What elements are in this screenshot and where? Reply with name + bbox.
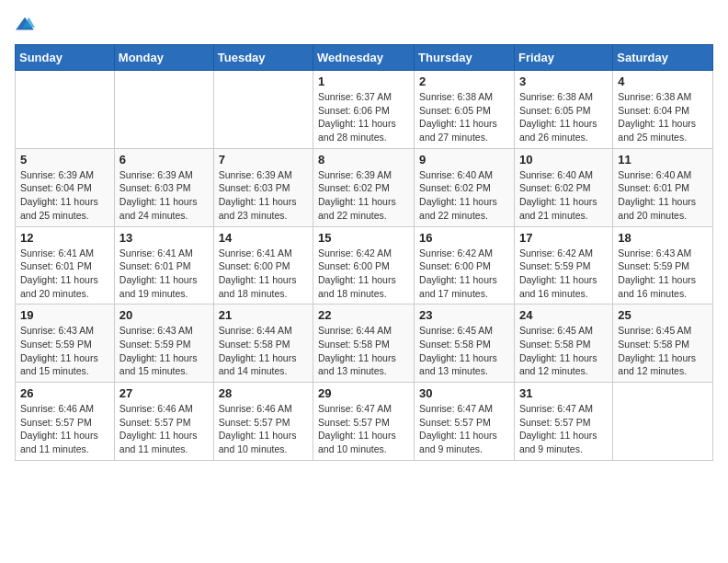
day-info: Sunrise: 6:40 AMSunset: 6:02 PMDaylight:…: [419, 168, 509, 223]
day-info: Sunrise: 6:42 AMSunset: 5:59 PMDaylight:…: [519, 247, 608, 301]
calendar-cell: 3Sunrise: 6:38 AMSunset: 6:05 PMDaylight…: [514, 71, 612, 149]
calendar-week-row: 12Sunrise: 6:41 AMSunset: 6:01 PMDayligh…: [16, 226, 713, 304]
calendar-week-row: 1Sunrise: 6:37 AMSunset: 6:06 PMDaylight…: [16, 71, 713, 149]
logo: [15, 15, 39, 35]
weekday-header-row: SundayMondayTuesdayWednesdayThursdayFrid…: [16, 45, 713, 71]
day-info: Sunrise: 6:39 AMSunset: 6:04 PMDaylight:…: [20, 168, 109, 223]
logo-icon: [15, 15, 35, 35]
day-number: 22: [318, 308, 409, 322]
day-info: Sunrise: 6:38 AMSunset: 6:04 PMDaylight:…: [618, 90, 708, 144]
day-number: 17: [519, 231, 608, 245]
day-number: 10: [519, 153, 608, 167]
weekday-header-tuesday: Tuesday: [213, 45, 313, 71]
day-number: 31: [519, 386, 608, 400]
day-info: Sunrise: 6:46 AMSunset: 5:57 PMDaylight:…: [219, 402, 308, 456]
day-info: Sunrise: 6:44 AMSunset: 5:58 PMDaylight:…: [219, 324, 308, 378]
calendar-cell: 27Sunrise: 6:46 AMSunset: 5:57 PMDayligh…: [114, 383, 213, 461]
day-info: Sunrise: 6:40 AMSunset: 6:01 PMDaylight:…: [618, 168, 708, 223]
day-info: Sunrise: 6:46 AMSunset: 5:57 PMDaylight:…: [20, 402, 109, 456]
calendar-cell: 10Sunrise: 6:40 AMSunset: 6:02 PMDayligh…: [514, 148, 612, 226]
calendar-cell: 25Sunrise: 6:45 AMSunset: 5:58 PMDayligh…: [613, 304, 713, 383]
calendar-cell: 5Sunrise: 6:39 AMSunset: 6:04 PMDaylight…: [16, 148, 115, 226]
day-info: Sunrise: 6:43 AMSunset: 5:59 PMDaylight:…: [119, 324, 209, 378]
calendar-cell: 9Sunrise: 6:40 AMSunset: 6:02 PMDaylight…: [415, 148, 515, 226]
day-info: Sunrise: 6:47 AMSunset: 5:57 PMDaylight:…: [419, 402, 509, 456]
weekday-header-saturday: Saturday: [613, 45, 713, 71]
weekday-header-monday: Monday: [114, 45, 213, 71]
calendar-body: 1Sunrise: 6:37 AMSunset: 6:06 PMDaylight…: [16, 71, 713, 461]
day-number: 11: [618, 153, 708, 167]
calendar-cell: 16Sunrise: 6:42 AMSunset: 6:00 PMDayligh…: [415, 226, 515, 304]
calendar-cell: 6Sunrise: 6:39 AMSunset: 6:03 PMDaylight…: [114, 148, 213, 226]
day-info: Sunrise: 6:42 AMSunset: 6:00 PMDaylight:…: [419, 247, 509, 301]
calendar-cell: 30Sunrise: 6:47 AMSunset: 5:57 PMDayligh…: [415, 383, 515, 461]
day-info: Sunrise: 6:41 AMSunset: 6:00 PMDaylight:…: [219, 247, 308, 301]
day-number: 1: [318, 75, 409, 88]
day-number: 21: [219, 308, 308, 322]
day-number: 7: [219, 153, 308, 167]
calendar-cell: [16, 71, 115, 149]
day-info: Sunrise: 6:43 AMSunset: 5:59 PMDaylight:…: [20, 324, 109, 378]
day-number: 4: [618, 75, 708, 88]
calendar-cell: 19Sunrise: 6:43 AMSunset: 5:59 PMDayligh…: [16, 304, 115, 383]
day-info: Sunrise: 6:41 AMSunset: 6:01 PMDaylight:…: [119, 247, 209, 301]
weekday-header-wednesday: Wednesday: [313, 45, 415, 71]
calendar-cell: 22Sunrise: 6:44 AMSunset: 5:58 PMDayligh…: [313, 304, 415, 383]
calendar-cell: 20Sunrise: 6:43 AMSunset: 5:59 PMDayligh…: [114, 304, 213, 383]
day-number: 13: [119, 231, 209, 245]
day-number: 18: [618, 231, 708, 245]
calendar-cell: 11Sunrise: 6:40 AMSunset: 6:01 PMDayligh…: [613, 148, 713, 226]
calendar-cell: [613, 383, 713, 461]
day-info: Sunrise: 6:43 AMSunset: 5:59 PMDaylight:…: [618, 247, 708, 301]
day-info: Sunrise: 6:39 AMSunset: 6:03 PMDaylight:…: [219, 168, 308, 223]
calendar-cell: 18Sunrise: 6:43 AMSunset: 5:59 PMDayligh…: [613, 226, 713, 304]
day-number: 6: [119, 153, 209, 167]
day-number: 30: [419, 386, 509, 400]
day-info: Sunrise: 6:45 AMSunset: 5:58 PMDaylight:…: [419, 324, 509, 378]
calendar-cell: 23Sunrise: 6:45 AMSunset: 5:58 PMDayligh…: [415, 304, 515, 383]
calendar-cell: 12Sunrise: 6:41 AMSunset: 6:01 PMDayligh…: [16, 226, 115, 304]
calendar-cell: 14Sunrise: 6:41 AMSunset: 6:00 PMDayligh…: [213, 226, 313, 304]
day-info: Sunrise: 6:39 AMSunset: 6:03 PMDaylight:…: [119, 168, 209, 223]
day-number: 15: [318, 231, 409, 245]
day-info: Sunrise: 6:45 AMSunset: 5:58 PMDaylight:…: [519, 324, 608, 378]
day-info: Sunrise: 6:46 AMSunset: 5:57 PMDaylight:…: [119, 402, 209, 456]
weekday-header-thursday: Thursday: [415, 45, 515, 71]
day-number: 19: [20, 308, 109, 322]
calendar-week-row: 26Sunrise: 6:46 AMSunset: 5:57 PMDayligh…: [16, 383, 713, 461]
calendar-cell: 13Sunrise: 6:41 AMSunset: 6:01 PMDayligh…: [114, 226, 213, 304]
day-info: Sunrise: 6:38 AMSunset: 6:05 PMDaylight:…: [419, 90, 509, 144]
day-number: 3: [519, 75, 608, 88]
calendar-cell: 24Sunrise: 6:45 AMSunset: 5:58 PMDayligh…: [514, 304, 612, 383]
day-number: 8: [318, 153, 409, 167]
weekday-header-sunday: Sunday: [16, 45, 115, 71]
calendar-week-row: 19Sunrise: 6:43 AMSunset: 5:59 PMDayligh…: [16, 304, 713, 383]
day-number: 23: [419, 308, 509, 322]
day-number: 14: [219, 231, 308, 245]
calendar-cell: [114, 71, 213, 149]
day-number: 16: [419, 231, 509, 245]
calendar-cell: 8Sunrise: 6:39 AMSunset: 6:02 PMDaylight…: [313, 148, 415, 226]
day-number: 27: [119, 386, 209, 400]
calendar-week-row: 5Sunrise: 6:39 AMSunset: 6:04 PMDaylight…: [16, 148, 713, 226]
day-info: Sunrise: 6:42 AMSunset: 6:00 PMDaylight:…: [318, 247, 409, 301]
calendar-cell: 7Sunrise: 6:39 AMSunset: 6:03 PMDaylight…: [213, 148, 313, 226]
day-number: 24: [519, 308, 608, 322]
day-info: Sunrise: 6:45 AMSunset: 5:58 PMDaylight:…: [618, 324, 708, 378]
day-number: 25: [618, 308, 708, 322]
day-info: Sunrise: 6:47 AMSunset: 5:57 PMDaylight:…: [318, 402, 409, 456]
day-info: Sunrise: 6:40 AMSunset: 6:02 PMDaylight:…: [519, 168, 608, 223]
day-number: 28: [219, 386, 308, 400]
calendar-table: SundayMondayTuesdayWednesdayThursdayFrid…: [15, 44, 713, 461]
day-number: 5: [20, 153, 109, 167]
day-info: Sunrise: 6:47 AMSunset: 5:57 PMDaylight:…: [519, 402, 608, 456]
day-number: 9: [419, 153, 509, 167]
day-number: 26: [20, 386, 109, 400]
day-info: Sunrise: 6:39 AMSunset: 6:02 PMDaylight:…: [318, 168, 409, 223]
day-number: 12: [20, 231, 109, 245]
calendar-cell: 21Sunrise: 6:44 AMSunset: 5:58 PMDayligh…: [213, 304, 313, 383]
calendar-cell: 1Sunrise: 6:37 AMSunset: 6:06 PMDaylight…: [313, 71, 415, 149]
day-number: 20: [119, 308, 209, 322]
day-number: 29: [318, 386, 409, 400]
calendar-header: SundayMondayTuesdayWednesdayThursdayFrid…: [16, 45, 713, 71]
